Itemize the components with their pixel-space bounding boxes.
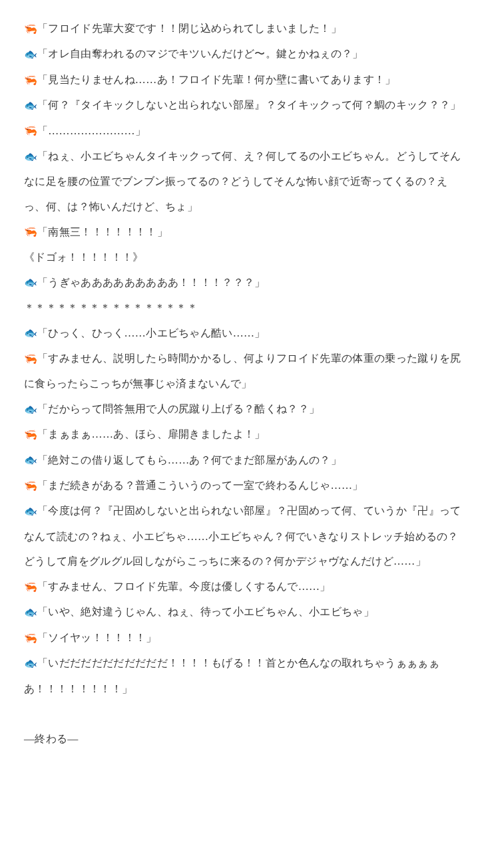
story-line: 🐟「ねぇ、小エビちゃんタイキックって何、え？何してるの小エビちゃん。どうしてそん… <box>24 144 466 219</box>
story-line: 🦐「まだ続きがある？普通こういうのって一室で終わるんじゃ……」 <box>24 473 466 498</box>
shrimp-icon: 🦐 <box>24 68 37 93</box>
story-line: 🦐「すみません、説明したら時間かかるし、何よりフロイド先輩の体重の乗った蹴りを尻… <box>24 346 466 396</box>
story-body: 🦐「フロイド先輩大変です！！閉じ込められてしまいました！」🐟「オレ自由奪われるの… <box>24 16 466 701</box>
story-line: 🐟「オレ自由奪われるのマジでキツいんだけど〜。鍵とかねぇの？」 <box>24 41 466 67</box>
line-text: 「まだ続きがある？普通こういうのって一室で終わるんじゃ……」 <box>37 480 364 491</box>
fish-icon: 🐟 <box>24 448 37 473</box>
line-text: 「……………………」 <box>37 125 146 136</box>
story-line: 🐟「だからって問答無用で人の尻蹴り上げる？酷くね？？」 <box>24 396 466 422</box>
shrimp-icon: 🦐 <box>24 17 37 42</box>
fish-icon: 🐟 <box>24 651 37 676</box>
shrimp-icon: 🦐 <box>24 219 37 245</box>
shrimp-icon: 🦐 <box>24 347 37 372</box>
story-page: 🦐「フロイド先輩大変です！！閉じ込められてしまいました！」🐟「オレ自由奪われるの… <box>0 0 490 778</box>
story-line: 🦐「フロイド先輩大変です！！閉じ込められてしまいました！」 <box>24 16 466 41</box>
fish-icon: 🐟 <box>24 499 37 524</box>
shrimp-icon: 🦐 <box>24 118 37 144</box>
line-text: 「だからって問答無用で人の尻蹴り上げる？酷くね？？」 <box>37 403 320 414</box>
line-text: 「すみません、説明したら時間かかるし、何よりフロイド先輩の体重の乗った蹴りを尻に… <box>24 353 461 389</box>
line-text: 「南無三！！！！！！！」 <box>37 226 168 237</box>
shrimp-icon: 🦐 <box>24 575 37 600</box>
line-text: 「いだだだだだだだだだだ！！！！もげる！！首とか色んなの取れちゃうぁぁぁぁあ！！… <box>24 657 439 694</box>
line-text: 「オレ自由奪われるのマジでキツいんだけど〜。鍵とかねぇの？」 <box>37 48 364 59</box>
ending-text: ―終わる― <box>24 733 79 744</box>
line-text: 「ひっく、ひっく……小エビちゃん酷い……」 <box>37 327 266 339</box>
story-line: 🦐「すみません、フロイド先輩。今度は優しくするんで……」 <box>24 574 466 599</box>
story-line: 🐟「うぎゃあああああああああ！！！！？？？」 <box>24 270 466 295</box>
story-line: 🐟「いや、絶対違うじゃん、ねぇ、待って小エビちゃん、小エビちゃ」 <box>24 599 466 625</box>
story-line: ＊＊＊＊＊＊＊＊＊＊＊＊＊＊＊＊ <box>24 295 466 321</box>
shrimp-icon: 🦐 <box>24 474 37 499</box>
line-text: 「うぎゃあああああああああ！！！！？？？」 <box>37 277 266 288</box>
line-text: 「絶対この借り返してもら……あ？何でまだ部屋があんの？」 <box>37 454 342 466</box>
line-text: 「まぁまぁ……あ、ほら、扉開きましたよ！」 <box>37 428 266 440</box>
line-text: 「フロイド先輩大変です！！閉じ込められてしまいました！」 <box>37 23 342 34</box>
story-line: 🐟「いだだだだだだだだだだ！！！！もげる！！首とか色んなの取れちゃうぁぁぁぁあ！… <box>24 651 466 701</box>
story-line: 🦐「まぁまぁ……あ、ほら、扉開きましたよ！」 <box>24 422 466 447</box>
fish-icon: 🐟 <box>24 42 37 67</box>
line-text: 「すみません、フロイド先輩。今度は優しくするんで……」 <box>37 581 331 592</box>
fish-icon: 🐟 <box>24 144 37 170</box>
ending-line: ―終わる― <box>24 726 466 752</box>
fish-icon: 🐟 <box>24 270 37 295</box>
story-line: 🦐「南無三！！！！！！！」 <box>24 219 466 245</box>
story-line: 🐟「今度は何？『卍固めしないと出られない部屋』？卍固めって何、ていうか『卍』って… <box>24 498 466 574</box>
fish-icon: 🐟 <box>24 397 37 422</box>
story-line: 🐟「絶対この借り返してもら……あ？何でまだ部屋があんの？」 <box>24 448 466 473</box>
story-line: 🦐「見当たりませんね……あ！フロイド先輩！何か壁に書いてあります！」 <box>24 67 466 92</box>
story-line: 🦐「……………………」 <box>24 118 466 144</box>
line-text: 「ソイヤッ！！！！！」 <box>37 632 157 643</box>
story-line: 🐟「何？『タイキックしないと出られない部屋』？タイキックって何？鯛のキック？？」 <box>24 92 466 118</box>
line-text: ＊＊＊＊＊＊＊＊＊＊＊＊＊＊＊＊ <box>24 302 198 313</box>
line-text: 《ドゴォ！！！！！！》 <box>24 251 144 263</box>
story-line: 🐟「ひっく、ひっく……小エビちゃん酷い……」 <box>24 321 466 346</box>
line-text: 「見当たりませんね……あ！フロイド先輩！何か壁に書いてあります！」 <box>37 74 396 85</box>
fish-icon: 🐟 <box>24 600 37 625</box>
shrimp-icon: 🦐 <box>24 626 37 651</box>
line-text: 「いや、絶対違うじゃん、ねぇ、待って小エビちゃん、小エビちゃ」 <box>37 606 374 617</box>
line-text: 「何？『タイキックしないと出られない部屋』？タイキックって何？鯛のキック？？」 <box>37 99 461 110</box>
story-line: 🦐「ソイヤッ！！！！！」 <box>24 625 466 651</box>
fish-icon: 🐟 <box>24 321 37 346</box>
story-line: 《ドゴォ！！！！！！》 <box>24 245 466 270</box>
fish-icon: 🐟 <box>24 93 37 118</box>
line-text: 「今度は何？『卍固めしないと出られない部屋』？卍固めって何、ていうか『卍』ってな… <box>24 505 461 567</box>
shrimp-icon: 🦐 <box>24 422 37 448</box>
line-text: 「ねぇ、小エビちゃんタイキックって何、え？何してるの小エビちゃん。どうしてそんな… <box>24 150 461 212</box>
